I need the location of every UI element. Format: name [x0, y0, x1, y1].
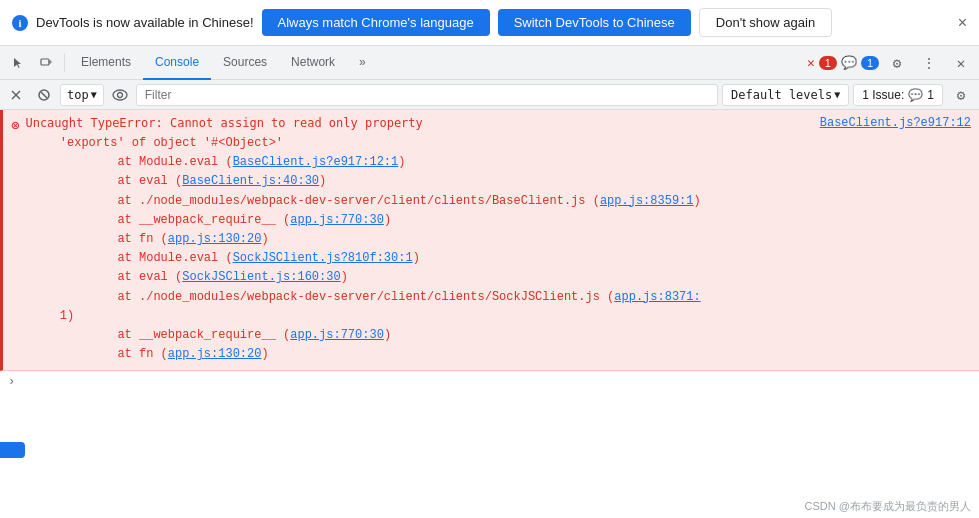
trace-link-9[interactable]: app.js:770:30 — [290, 328, 384, 342]
watermark: CSDN @布布要成为最负责的男人 — [805, 499, 971, 514]
errors-count-badge: 1 — [819, 56, 837, 70]
info-banner: i DevTools is now available in Chinese! … — [0, 0, 979, 46]
error-body: 'exports' of object '#<Object>' at Modul… — [11, 134, 971, 364]
switch-devtools-button[interactable]: Switch DevTools to Chinese — [498, 9, 691, 36]
prompt-chevron-icon: › — [8, 375, 15, 389]
svg-rect-0 — [41, 59, 49, 65]
error-entry: ⊗ Uncaught TypeError: Cannot assign to r… — [0, 110, 979, 371]
issue-message-icon: 💬 — [908, 88, 923, 102]
close-banner-button[interactable]: × — [958, 15, 967, 31]
tabs-right-actions: ✕ 1 💬 1 ⚙ ⋮ ✕ — [807, 49, 975, 77]
stop-on-exception-button[interactable] — [32, 83, 56, 107]
issues-button[interactable]: 1 Issue: 💬 1 — [853, 84, 943, 106]
svg-line-5 — [41, 92, 47, 98]
devtools-tabs: Elements Console Sources Network » ✕ 1 💬… — [0, 46, 979, 80]
trace-link-6[interactable]: SockJSClient.js?810f:30:1 — [233, 251, 413, 265]
always-match-button[interactable]: Always match Chrome's language — [262, 9, 490, 36]
x-icon: ✕ — [807, 55, 815, 70]
translate-button[interactable]: 译 — [0, 442, 25, 458]
svg-point-7 — [117, 92, 122, 97]
tab-more[interactable]: » — [347, 46, 378, 80]
levels-arrow-icon: ▼ — [834, 89, 840, 100]
messages-count-badge: 1 — [861, 56, 879, 70]
error-circle-icon: ⊗ — [11, 117, 19, 134]
svg-point-6 — [113, 90, 127, 100]
tab-console[interactable]: Console — [143, 46, 211, 80]
error-header: ⊗ Uncaught TypeError: Cannot assign to r… — [11, 116, 971, 134]
clear-console-button[interactable] — [4, 83, 28, 107]
error-badge-group: ✕ 1 — [807, 55, 837, 70]
tab-network[interactable]: Network — [279, 46, 347, 80]
more-options-icon[interactable]: ⋮ — [915, 49, 943, 77]
trace-link-7[interactable]: SockJSClient.js:160:30 — [182, 270, 340, 284]
log-levels-dropdown[interactable]: Default levels ▼ — [722, 84, 849, 106]
console-prompt: › — [0, 371, 979, 393]
dropdown-arrow-icon: ▼ — [91, 89, 97, 100]
info-icon: i — [12, 15, 28, 31]
device-icon[interactable] — [32, 49, 60, 77]
dont-show-again-button[interactable]: Don't show again — [699, 8, 832, 37]
trace-link-5[interactable]: app.js:130:20 — [168, 232, 262, 246]
svg-rect-1 — [49, 61, 51, 63]
banner-text: DevTools is now available in Chinese! — [36, 15, 254, 30]
cursor-icon[interactable] — [4, 49, 32, 77]
trace-link-10[interactable]: app.js:130:20 — [168, 347, 262, 361]
trace-link-2[interactable]: BaseClient.js:40:30 — [182, 174, 319, 188]
trace-link-1[interactable]: BaseClient.js?e917:12:1 — [233, 155, 399, 169]
tab-sources[interactable]: Sources — [211, 46, 279, 80]
tab-divider — [64, 54, 65, 72]
error-title: Uncaught TypeError: Cannot assign to rea… — [25, 116, 813, 130]
trace-link-4[interactable]: app.js:770:30 — [290, 213, 384, 227]
console-settings-icon[interactable]: ⚙ — [947, 81, 975, 109]
tab-elements[interactable]: Elements — [69, 46, 143, 80]
console-toolbar: top ▼ Default levels ▼ 1 Issue: 💬 1 ⚙ — [0, 80, 979, 110]
trace-link-3[interactable]: app.js:8359:1 — [600, 194, 694, 208]
messages-badge-group: 💬 1 — [841, 55, 879, 70]
close-devtools-icon[interactable]: ✕ — [947, 49, 975, 77]
message-icon: 💬 — [841, 55, 857, 70]
filter-input[interactable] — [136, 84, 718, 106]
settings-icon[interactable]: ⚙ — [883, 49, 911, 77]
console-output: ⊗ Uncaught TypeError: Cannot assign to r… — [0, 110, 979, 420]
error-source-link[interactable]: BaseClient.js?e917:12 — [820, 116, 971, 130]
trace-link-8[interactable]: app.js:8371: — [614, 290, 700, 304]
context-selector[interactable]: top ▼ — [60, 84, 104, 106]
eye-icon[interactable] — [108, 83, 132, 107]
